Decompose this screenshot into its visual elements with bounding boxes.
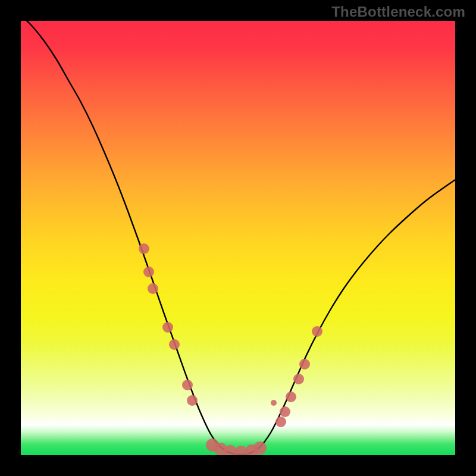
- data-marker: [143, 267, 154, 277]
- chart-svg: [21, 21, 455, 455]
- data-marker: [286, 392, 296, 402]
- data-marker: [253, 441, 267, 455]
- data-marker: [148, 283, 158, 294]
- data-marker: [162, 322, 173, 333]
- data-marker: [187, 395, 198, 406]
- data-marker: [312, 326, 322, 337]
- bottleneck-curve: [21, 21, 455, 455]
- data-marker: [299, 359, 310, 369]
- plot-area: [21, 21, 455, 455]
- data-marker: [169, 339, 180, 350]
- data-marker: [293, 374, 304, 384]
- data-marker: [271, 400, 277, 406]
- data-marker: [275, 416, 286, 427]
- watermark-text: TheBottleneck.com: [331, 4, 465, 20]
- data-marker: [280, 406, 290, 417]
- marker-group: [139, 243, 322, 455]
- data-marker: [139, 243, 149, 254]
- data-marker: [182, 380, 193, 390]
